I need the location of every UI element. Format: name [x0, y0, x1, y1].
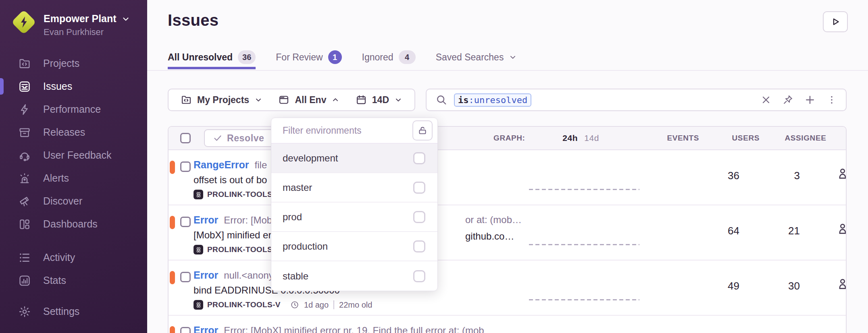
- environment-filter-trigger[interactable]: All Env: [278, 94, 339, 105]
- issue-row: Error Error: [MobX] minified error nr. 1…: [169, 316, 846, 333]
- select-all-checkbox[interactable]: [180, 133, 191, 143]
- tab-for-review[interactable]: For Review 1: [276, 48, 341, 69]
- sidebar-item-dashboards[interactable]: Dashboards: [0, 213, 147, 236]
- env-option-checkbox[interactable]: [413, 270, 425, 282]
- issue-culprit: file: [255, 159, 267, 171]
- assignee-selector[interactable]: [810, 166, 847, 181]
- filter-bar: My Projects All Env 14D is:unresolved: [168, 89, 847, 111]
- env-option-checkbox[interactable]: [413, 211, 425, 223]
- environment-filter-input[interactable]: Filter environments: [283, 125, 362, 136]
- env-option-master[interactable]: master: [271, 173, 437, 203]
- graph-14d-toggle[interactable]: 14d: [584, 133, 599, 143]
- table-header: Resolve GRAPH: 24h 14d EVENTS USERS ASSI…: [169, 127, 846, 150]
- assignee-selector[interactable]: [810, 277, 847, 291]
- env-option-development[interactable]: development: [271, 144, 437, 173]
- row-checkbox[interactable]: [180, 272, 191, 282]
- resolve-label: Resolve: [227, 133, 264, 144]
- date-filter-trigger[interactable]: 14D: [356, 94, 402, 105]
- sidebar-item-performance[interactable]: Performance: [0, 98, 147, 121]
- error-level-bar: [170, 216, 175, 229]
- chevron-down-icon: [254, 96, 262, 104]
- sidebar-item-releases[interactable]: Releases: [0, 121, 147, 144]
- user-feedback-icon: [18, 149, 31, 162]
- environment-filter-label: All Env: [295, 95, 326, 105]
- graph-column-header: GRAPH: 24h 14d: [489, 133, 638, 143]
- row-checkbox[interactable]: [180, 217, 191, 227]
- sidebar: Empower Plant Evan Purkhiser Projects Is…: [0, 0, 147, 333]
- issues-table: Resolve GRAPH: 24h 14d EVENTS USERS ASSI…: [168, 126, 847, 333]
- search-token: is:unresolved: [454, 93, 531, 107]
- issue-message-overflow: github.co…: [465, 231, 514, 242]
- replay-tour-button[interactable]: [823, 11, 848, 32]
- events-count: 49: [678, 280, 749, 292]
- tab-label: Ignored: [362, 52, 393, 63]
- pin-filter-button[interactable]: [412, 120, 433, 141]
- env-option-checkbox[interactable]: [413, 152, 425, 164]
- chevron-down-icon: [509, 53, 517, 61]
- clear-search-icon[interactable]: [760, 94, 772, 105]
- issue-graph: [529, 205, 678, 261]
- org-switcher[interactable]: Empower Plant Evan Purkhiser: [0, 0, 147, 37]
- env-option-stable[interactable]: stable: [271, 261, 437, 291]
- graph-24h-toggle[interactable]: 24h: [562, 133, 578, 143]
- error-level-bar: [170, 326, 175, 333]
- env-option-production[interactable]: production: [271, 232, 437, 261]
- clock-icon: [290, 300, 299, 309]
- tab-count-badge: 1: [328, 50, 342, 64]
- issue-title-link[interactable]: Error: [194, 269, 218, 281]
- sidebar-nav: Projects Issues Performance Releases Use…: [0, 52, 147, 323]
- search-input[interactable]: is:unresolved: [426, 89, 847, 111]
- sidebar-item-settings[interactable]: Settings: [0, 300, 147, 323]
- sidebar-item-label: Issues: [43, 81, 72, 92]
- issue-title-link[interactable]: Error: [194, 214, 218, 226]
- org-user-name: Evan Purkhiser: [44, 27, 130, 37]
- events-count: 64: [678, 225, 749, 237]
- user-avatar-icon: [835, 221, 847, 236]
- sidebar-item-issues[interactable]: Issues: [0, 75, 147, 98]
- tab-saved-searches[interactable]: Saved Searches: [436, 48, 517, 69]
- environment-dropdown-header: Filter environments: [271, 118, 437, 144]
- issue-title-link[interactable]: Error: [194, 325, 218, 333]
- resolve-button[interactable]: Resolve: [205, 130, 272, 146]
- stats-icon: [18, 274, 31, 287]
- env-option-checkbox[interactable]: [413, 182, 425, 194]
- sidebar-item-projects[interactable]: Projects: [0, 52, 147, 75]
- sidebar-item-label: Activity: [43, 252, 75, 263]
- pin-search-icon[interactable]: [782, 94, 793, 105]
- issue-row: RangeError file offset is out of bo PROL…: [169, 150, 846, 205]
- last-seen: 1d ago: [304, 300, 329, 310]
- issue-culprit: Error: [Mob: [224, 215, 272, 226]
- sidebar-item-discover[interactable]: Discover: [0, 190, 147, 213]
- sidebar-item-activity[interactable]: Activity: [0, 246, 147, 269]
- sidebar-item-stats[interactable]: Stats: [0, 269, 147, 292]
- row-checkbox[interactable]: [180, 327, 191, 333]
- assignee-selector[interactable]: [810, 221, 847, 236]
- row-checkbox[interactable]: [180, 161, 191, 172]
- issue-title-link[interactable]: RangeError: [194, 159, 249, 171]
- env-option-checkbox[interactable]: [413, 240, 425, 252]
- releases-icon: [18, 126, 31, 139]
- issue-graph: [529, 261, 678, 316]
- assignee-column-header: ASSIGNEE: [769, 134, 846, 143]
- sparkline-placeholder: [529, 189, 639, 190]
- tab-count-badge: 36: [238, 50, 256, 64]
- add-search-icon[interactable]: [804, 94, 816, 106]
- overflow-menu-icon[interactable]: [826, 95, 837, 105]
- project-filter-label: My Projects: [197, 95, 249, 105]
- issue-culprit: null.<anony: [224, 270, 273, 281]
- chevron-up-icon: [331, 96, 339, 104]
- env-option-prod[interactable]: prod: [271, 203, 437, 232]
- user-avatar-icon: [835, 277, 847, 291]
- search-token-rest: :unresolved: [469, 95, 528, 105]
- settings-icon: [18, 305, 31, 318]
- sidebar-item-alerts[interactable]: Alerts: [0, 167, 147, 190]
- env-option-label: production: [283, 241, 328, 252]
- tab-ignored[interactable]: Ignored 4: [362, 48, 416, 69]
- sidebar-item-user-feedback[interactable]: User Feedback: [0, 144, 147, 167]
- tab-all-unresolved[interactable]: All Unresolved 36: [168, 48, 256, 69]
- env-option-label: master: [283, 182, 312, 193]
- users-column-header: USERS: [709, 134, 769, 143]
- app-root: Empower Plant Evan Purkhiser Projects Is…: [0, 0, 868, 333]
- graph-label: GRAPH:: [493, 134, 525, 143]
- project-filter-trigger[interactable]: My Projects: [181, 94, 262, 105]
